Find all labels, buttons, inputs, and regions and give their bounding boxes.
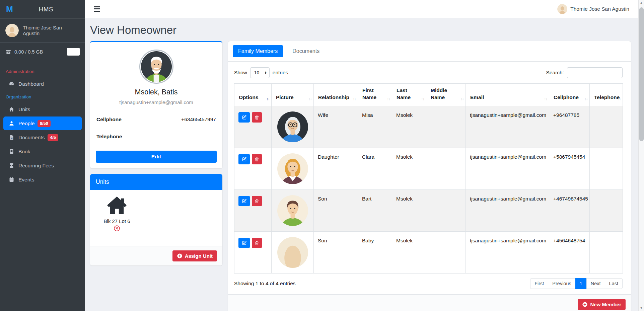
page-scrollbar[interactable]: ▲ ▼ [638,0,644,311]
sort-arrows-icon: ↑↓ [353,96,356,102]
delete-member-button[interactable] [252,238,262,248]
telephone-label: Telephone [96,134,122,140]
units-card-footer: Assign Unit [90,246,222,265]
middle-name-cell [426,231,466,273]
relationship-cell: Son [314,189,358,231]
relationship-cell: Wife [314,106,358,148]
units-card: Units Blk 27 Lot 6 Assign Unit [90,174,222,265]
show-label: Show [234,70,247,76]
sidebar-item-book[interactable]: Book [3,145,82,158]
picture-cell [272,231,314,273]
sort-arrows-icon: ↑↓ [421,96,424,102]
storage-text: 0.00 / 0.5 GB [14,49,43,55]
count-badge: 8/50 [38,120,50,127]
table-bottom-bar: Showing 1 to 4 of 4 entries FirstPreviou… [234,278,623,289]
edit-homeowner-button[interactable]: Edit [96,151,217,163]
storage-progress [67,48,80,56]
tab-family-members[interactable]: Family Members [233,45,283,57]
column-header-middle-name[interactable]: Middle Name↑↓ [426,84,466,106]
picture-cell [272,189,314,231]
sidebar-item-documents[interactable]: wDocuments4/5 [3,131,82,144]
options-cell [234,106,272,148]
table-controls: Show 10 ▲▼ entries Search: [234,67,623,78]
column-header-options[interactable]: Options↑↓ [234,84,272,106]
edit-member-button[interactable] [238,112,250,123]
sort-arrows-icon: ↑↓ [387,96,390,102]
count-badge: 4/5 [48,134,58,141]
tab-documents[interactable]: Documents [287,45,325,57]
delete-member-button[interactable] [252,154,262,164]
app-root: M HMS Thomie Jose San Agustin 0.00 / 0.5… [0,0,644,311]
menu-toggle-button[interactable] [94,6,100,12]
scrollbar-down-icon[interactable]: ▼ [639,305,644,311]
plus-circle-icon [582,302,588,307]
first-name-cell: Misa [358,106,392,148]
scrollbar-up-icon[interactable]: ▲ [639,0,644,6]
search-input[interactable] [567,67,623,78]
scrollbar-thumb[interactable] [639,7,644,141]
column-header-last-name[interactable]: Last Name↑↓ [392,84,426,106]
relationship-cell: Son [314,231,358,273]
table-summary: Showing 1 to 4 of 4 entries [234,281,296,287]
sidebar-item-recurring-fees[interactable]: Recurring Fees [3,159,82,172]
topbar-user-name: Thomie Jose San Agustin [570,6,629,12]
sidebar-item-label: Recurring Fees [18,163,54,169]
family-member-row: DaughterClaraMsolektjsanagustin+sample@g… [234,148,623,189]
page-size-value: 10 [254,70,260,75]
sidebar-item-events[interactable]: Events [3,173,82,186]
topbar-user-menu[interactable]: Thomie Jose San Agustin [557,4,629,14]
book-icon [7,149,16,154]
edit-member-button[interactable] [238,154,250,164]
edit-member-button[interactable] [238,196,250,206]
sidebar-item-dashboard[interactable]: Dashboard [3,77,82,91]
telephone-cell [590,189,623,231]
page-button-first[interactable]: First [530,278,548,289]
delete-member-button[interactable] [252,196,262,206]
sidebar-item-label: Documents [18,135,45,141]
column-header-first-name[interactable]: First Name↑↓ [358,84,392,106]
sidebar-item-units[interactable]: Units [3,102,82,116]
options-cell [234,189,272,231]
sidebar-user-panel[interactable]: Thomie Jose San Agustin [0,19,85,43]
member-avatar [272,195,313,226]
sidebar-item-people[interactable]: People8/50 [3,116,82,130]
column-header-telephone[interactable]: Telephone↑↓ [590,84,623,106]
search-label: Search: [546,70,564,76]
cellphone-cell: +4564648754 [549,231,590,273]
brand-bar[interactable]: M HMS [0,0,85,19]
assign-unit-label: Assign Unit [185,253,213,259]
new-member-button[interactable]: New Member [578,299,626,310]
last-name-cell: Msolek [392,189,426,231]
homeowner-email: tjsanagustin+sample@gmail.com [96,99,217,111]
edit-member-button[interactable] [238,238,250,248]
user-icon [7,121,16,126]
topbar: Thomie Jose San Agustin [85,0,644,18]
table-area: Show 10 ▲▼ entries Search: [228,62,631,289]
unit-label: Blk 27 Lot 6 [95,218,138,224]
page-button-1[interactable]: 1 [575,278,587,289]
hourglass-icon [7,163,16,168]
column-header-picture[interactable]: Picture↑↓ [272,84,314,106]
sort-arrows-icon: ↑↓ [308,96,311,102]
table-body: WifeMisaMsolektjsanagustin+sample@gmail.… [234,106,623,273]
page-size-select[interactable]: 10 ▲▼ [250,67,270,78]
delete-member-button[interactable] [252,112,262,123]
remove-unit-button[interactable] [114,225,120,232]
telephone-row: Telephone [96,128,217,145]
assign-unit-button[interactable]: Assign Unit [172,250,217,261]
sort-arrows-icon: ↑↓ [544,96,547,102]
column-label: Telephone [594,94,620,100]
last-name-cell: Msolek [392,231,426,273]
page-button-last[interactable]: Last [605,278,623,289]
plus-circle-icon [177,253,183,259]
page-button-previous[interactable]: Previous [548,278,575,289]
column-header-cellphone[interactable]: Cellphone↑↓ [549,84,590,106]
cellphone-cell: +46749874545 [549,189,590,231]
column-header-relationship[interactable]: Relationship↑↓ [314,84,358,106]
column-label: Options [239,94,259,100]
family-member-row: SonBartMsolektjsanagustin+sample@gmail.c… [234,189,623,231]
main-area: Thomie Jose San Agustin View Homeowner M… [85,0,644,311]
sort-arrows-icon: ↑↓ [266,96,269,102]
column-header-email[interactable]: Email↑↓ [466,84,549,106]
page-button-next[interactable]: Next [586,278,605,289]
